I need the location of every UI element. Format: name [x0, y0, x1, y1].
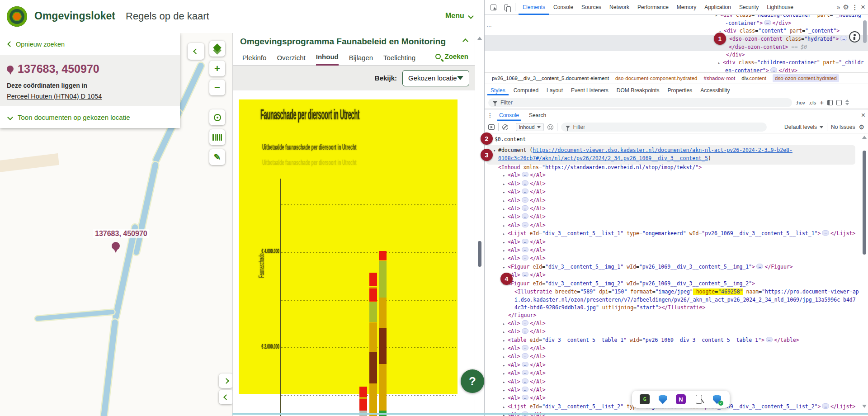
- tab-elements[interactable]: Elements: [519, 0, 549, 15]
- scroll-down-icon[interactable]: [845, 103, 849, 105]
- defender-shield-icon[interactable]: [657, 394, 668, 405]
- computed-styles-sidebar-icon[interactable]: [827, 100, 833, 105]
- tree-line[interactable]: ▸<Al>…</Al>: [485, 255, 862, 263]
- tree-line[interactable]: ▾<Figuur eId="div_3__content_5__img_2" w…: [485, 280, 862, 288]
- devtools-menu-button[interactable]: ⋮: [852, 4, 858, 11]
- tree-line[interactable]: </Figuur>: [485, 312, 862, 319]
- tab-bijlagen[interactable]: Bijlagen: [349, 51, 373, 65]
- tree-line[interactable]: ▸<Figuur eId="div_3__content_5__img_1" w…: [485, 263, 862, 271]
- tree-line[interactable]: ▸<Al>…</Al>: [485, 213, 862, 221]
- defender-check-icon[interactable]: ✓: [712, 394, 722, 405]
- tree-line[interactable]: ▸<Al>…</Al>: [485, 378, 862, 386]
- console-close-button[interactable]: ×: [861, 111, 865, 119]
- scroll-up-icon[interactable]: [862, 136, 867, 139]
- breadcrumb-item[interactable]: pv26_1069__div_3__content_5.document-ele…: [492, 76, 609, 81]
- tree-line[interactable]: ▾#document (https://document-viewer.dso.…: [490, 147, 852, 155]
- tree-line[interactable]: ▸<table eId="div_3__content_5__table_1" …: [485, 336, 862, 345]
- tree-line[interactable]: -container">…</div>: [485, 19, 868, 27]
- view-dropdown[interactable]: Gekozen locatie: [402, 70, 469, 86]
- locate-button[interactable]: [209, 109, 225, 125]
- search-button[interactable]: Zoeken: [435, 52, 468, 60]
- tree-line[interactable]: ▸<Al>…</Al>: [485, 180, 862, 188]
- issues-counter[interactable]: No Issues: [831, 124, 855, 130]
- tree-line[interactable]: ▸<Al>…</Al>: [485, 246, 862, 255]
- usb-drive-icon[interactable]: [693, 394, 704, 405]
- inspect-element-button[interactable]: [487, 2, 499, 13]
- tab-properties[interactable]: Properties: [665, 85, 696, 95]
- scroll-up-icon[interactable]: [845, 99, 849, 102]
- tab-security[interactable]: Security: [735, 0, 763, 15]
- tree-line[interactable]: ▾<div class="content" part="_content">: [485, 27, 868, 35]
- back-link[interactable]: Opnieuw zoeken: [0, 33, 180, 55]
- breadcrumb-item[interactable]: div.content: [741, 76, 766, 81]
- console-filter-input[interactable]: Filter: [561, 123, 767, 132]
- console-sidebar-icon[interactable]: [488, 124, 495, 130]
- tab-search[interactable]: Search: [527, 110, 548, 121]
- collapse-document-button[interactable]: [462, 38, 468, 44]
- tab-accessibility[interactable]: Accessibility: [697, 85, 733, 95]
- tree-line[interactable]: ▸<Al>…</Al>: [485, 188, 862, 196]
- tree-line[interactable]: ▸<Al>…</Al>: [485, 361, 862, 369]
- tree-line[interactable]: en-container">…</div>: [485, 67, 868, 72]
- tab-console[interactable]: Console: [497, 110, 521, 121]
- tab-event-listeners[interactable]: Event Listeners: [568, 85, 612, 95]
- tree-line[interactable]: i.dso.kadaster.nl/ozon/presenteren/v7/af…: [485, 296, 862, 304]
- tree-line[interactable]: </div>: [485, 51, 868, 59]
- tree-line[interactable]: ▸<Al>…</Al>: [485, 238, 862, 246]
- greenshot-icon[interactable]: G: [639, 394, 650, 405]
- tab-plekinfo[interactable]: Plekinfo: [242, 51, 266, 65]
- tab-dom-breakpoints[interactable]: DOM Breakpoints: [613, 85, 663, 95]
- tree-line[interactable]: ▸<Al>…</Al>: [485, 353, 862, 361]
- device-toolbar-button[interactable]: [500, 2, 512, 13]
- console-settings-gear-icon[interactable]: ⚙: [859, 123, 864, 131]
- onenote-icon[interactable]: N: [675, 394, 686, 405]
- tree-line[interactable]: ▸<Al>…</Al>: [485, 171, 862, 180]
- tree-line[interactable]: ▸<div class="heading-container" part="_h…: [485, 15, 868, 19]
- panel-collapse-button[interactable]: [219, 390, 233, 404]
- tree-line[interactable]: </dso-ozon-content> == $0: [485, 43, 868, 51]
- row-overflow-ellipsis[interactable]: …: [486, 22, 492, 28]
- breadcrumb-item[interactable]: dso-ozon-content.hydrated: [773, 74, 839, 82]
- execution-context-selector[interactable]: inhoud: [516, 123, 544, 131]
- panel-expand-button[interactable]: [219, 373, 233, 388]
- breadcrumb-item[interactable]: dso-document-component.hydrated: [615, 76, 698, 81]
- tab-application[interactable]: Application: [700, 0, 735, 15]
- page-scrollbar[interactable]: [475, 33, 484, 416]
- console-command[interactable]: ›$0.content: [488, 136, 526, 143]
- show-panel-icon[interactable]: [836, 100, 842, 105]
- draw-button[interactable]: ✎: [209, 149, 225, 165]
- zoom-in-button[interactable]: +: [209, 61, 225, 76]
- tree-line[interactable]: <Illustratie breedte="589" dpi="150" for…: [485, 288, 862, 296]
- more-tabs-button[interactable]: »: [837, 4, 840, 11]
- tree-line[interactable]: 4c3f-bfd6-9286c9ddb1a0.jpg" uitlijning="…: [485, 304, 862, 312]
- live-expression-icon[interactable]: [547, 124, 553, 130]
- scroll-up-icon[interactable]: [477, 37, 482, 40]
- menu-button[interactable]: Menu: [445, 12, 473, 20]
- tab-styles[interactable]: Styles: [487, 85, 509, 95]
- help-button[interactable]: ?: [461, 369, 484, 393]
- clear-console-icon[interactable]: [502, 124, 508, 130]
- tree-line[interactable]: ▸<Al>…</Al>: [485, 205, 862, 213]
- page-scrollbar-thumb[interactable]: [478, 241, 481, 267]
- tree-line[interactable]: 0108c3c26cb7#/akn/nl/act/pv26/2024/2_34,…: [490, 155, 852, 162]
- layers-button[interactable]: [209, 41, 225, 57]
- new-style-rule-button[interactable]: +: [820, 99, 824, 106]
- tab-memory[interactable]: Memory: [673, 0, 700, 15]
- tab-lighthouse[interactable]: Lighthouse: [763, 0, 797, 15]
- tab-inhoud[interactable]: Inhoud: [316, 50, 339, 66]
- breadcrumb-item[interactable]: #shadow-root: [704, 76, 736, 81]
- tree-line[interactable]: ▸<div class="children-container" part="_…: [485, 59, 868, 67]
- tab-overzicht[interactable]: Overzicht: [277, 51, 305, 65]
- tree-line[interactable]: ▸<Al>…</Al>: [485, 345, 862, 353]
- tree-line[interactable]: ▸<Al>…</Al>: [485, 328, 862, 336]
- scroll-down-icon[interactable]: [862, 405, 867, 408]
- console-scrollbar-thumb[interactable]: [863, 151, 866, 255]
- tab-sources[interactable]: Sources: [577, 0, 605, 15]
- console-levels-dropdown[interactable]: Default levels: [784, 124, 823, 130]
- tab-performance[interactable]: Performance: [633, 0, 673, 15]
- console-menu-button[interactable]: ⋮: [487, 112, 493, 118]
- zoom-out-button[interactable]: −: [209, 80, 225, 95]
- tab-console[interactable]: Console: [549, 0, 577, 15]
- devtools-close-button[interactable]: ×: [861, 3, 865, 12]
- tree-line[interactable]: <Inhoud xmlns="https://standaarden.overh…: [485, 164, 862, 171]
